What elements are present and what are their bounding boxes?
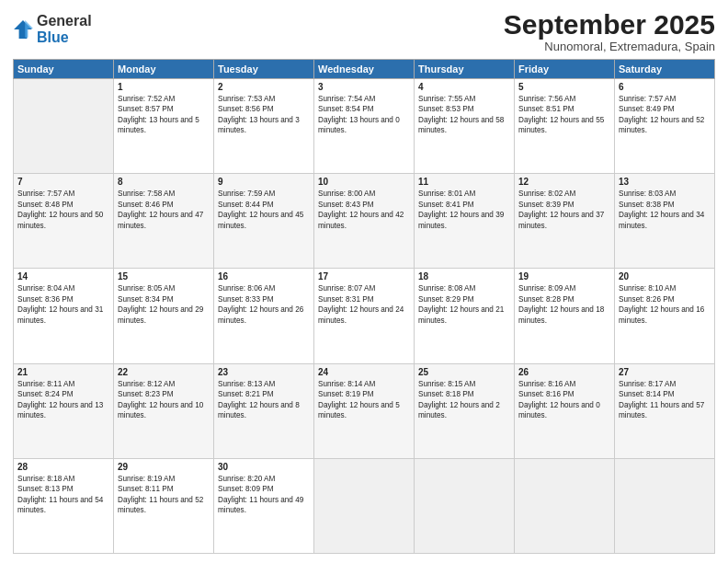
- cell-info: Sunrise: 8:12 AMSunset: 8:23 PMDaylight:…: [118, 379, 210, 421]
- day-number: 7: [17, 177, 109, 187]
- month-title: September 2025: [504, 9, 715, 40]
- calendar-cell: [14, 79, 114, 174]
- day-number: 14: [17, 271, 109, 282]
- calendar-cell: 20Sunrise: 8:10 AMSunset: 8:26 PMDayligh…: [615, 269, 715, 363]
- day-number: 23: [218, 367, 310, 377]
- cell-info: Sunrise: 8:10 AMSunset: 8:26 PMDaylight:…: [619, 283, 711, 326]
- weekday-header: Sunday: [14, 60, 114, 79]
- cell-info: Sunrise: 7:54 AMSunset: 8:54 PMDaylight:…: [318, 94, 410, 136]
- day-number: 30: [218, 462, 310, 472]
- cell-info: Sunrise: 8:13 AMSunset: 8:21 PMDaylight:…: [218, 379, 310, 421]
- day-number: 20: [619, 271, 711, 282]
- calendar-cell: 1Sunrise: 7:52 AMSunset: 8:57 PMDaylight…: [114, 79, 214, 174]
- cell-info: Sunrise: 8:18 AMSunset: 8:13 PMDaylight:…: [17, 474, 109, 516]
- calendar-cell: 9Sunrise: 7:59 AMSunset: 8:44 PMDaylight…: [214, 174, 314, 269]
- calendar-table: SundayMondayTuesdayWednesdayThursdayFrid…: [13, 59, 715, 554]
- cell-info: Sunrise: 7:56 AMSunset: 8:51 PMDaylight:…: [518, 94, 610, 136]
- calendar-cell: [314, 458, 415, 553]
- logo: General Blue: [13, 13, 92, 45]
- day-number: 27: [619, 367, 711, 377]
- day-number: 2: [218, 82, 310, 92]
- weekday-header: Monday: [114, 60, 214, 79]
- calendar-cell: 22Sunrise: 8:12 AMSunset: 8:23 PMDayligh…: [114, 363, 214, 458]
- weekday-header: Saturday: [615, 60, 715, 79]
- day-number: 22: [118, 367, 210, 377]
- cell-info: Sunrise: 8:02 AMSunset: 8:39 PMDaylight:…: [518, 189, 610, 231]
- day-number: 4: [418, 82, 510, 92]
- logo-blue: Blue: [37, 29, 92, 46]
- calendar-week-row: 7Sunrise: 7:57 AMSunset: 8:48 PMDaylight…: [14, 174, 715, 269]
- cell-info: Sunrise: 8:01 AMSunset: 8:41 PMDaylight:…: [418, 189, 510, 231]
- calendar-cell: 18Sunrise: 8:08 AMSunset: 8:29 PMDayligh…: [415, 269, 515, 363]
- calendar-cell: 30Sunrise: 8:20 AMSunset: 8:09 PMDayligh…: [214, 458, 314, 553]
- calendar-cell: 13Sunrise: 8:03 AMSunset: 8:38 PMDayligh…: [615, 174, 715, 269]
- cell-info: Sunrise: 8:06 AMSunset: 8:33 PMDaylight:…: [218, 283, 310, 326]
- weekday-header-row: SundayMondayTuesdayWednesdayThursdayFrid…: [14, 60, 715, 79]
- cell-info: Sunrise: 8:19 AMSunset: 8:11 PMDaylight:…: [118, 474, 210, 516]
- cell-info: Sunrise: 8:03 AMSunset: 8:38 PMDaylight:…: [619, 189, 711, 231]
- calendar-week-row: 28Sunrise: 8:18 AMSunset: 8:13 PMDayligh…: [14, 458, 715, 553]
- cell-info: Sunrise: 8:00 AMSunset: 8:43 PMDaylight:…: [318, 189, 410, 231]
- calendar-cell: [415, 458, 515, 553]
- cell-info: Sunrise: 7:57 AMSunset: 8:48 PMDaylight:…: [17, 189, 109, 231]
- calendar-cell: 4Sunrise: 7:55 AMSunset: 8:53 PMDaylight…: [415, 79, 515, 174]
- cell-info: Sunrise: 7:58 AMSunset: 8:46 PMDaylight:…: [118, 189, 210, 231]
- day-number: 28: [17, 462, 109, 472]
- calendar-cell: 17Sunrise: 8:07 AMSunset: 8:31 PMDayligh…: [314, 269, 415, 363]
- calendar-cell: 6Sunrise: 7:57 AMSunset: 8:49 PMDaylight…: [615, 79, 715, 174]
- day-number: 10: [318, 177, 410, 187]
- calendar-cell: 16Sunrise: 8:06 AMSunset: 8:33 PMDayligh…: [214, 269, 314, 363]
- title-block: September 2025 Nunomoral, Extremadura, S…: [504, 9, 715, 53]
- weekday-header: Tuesday: [214, 60, 314, 79]
- cell-info: Sunrise: 8:17 AMSunset: 8:14 PMDaylight:…: [619, 379, 711, 421]
- calendar-week-row: 1Sunrise: 7:52 AMSunset: 8:57 PMDaylight…: [14, 79, 715, 174]
- cell-info: Sunrise: 7:57 AMSunset: 8:49 PMDaylight:…: [619, 94, 711, 136]
- calendar-cell: 10Sunrise: 8:00 AMSunset: 8:43 PMDayligh…: [314, 174, 415, 269]
- cell-info: Sunrise: 7:59 AMSunset: 8:44 PMDaylight:…: [218, 189, 310, 231]
- day-number: 17: [318, 271, 410, 282]
- cell-info: Sunrise: 8:09 AMSunset: 8:28 PMDaylight:…: [518, 283, 610, 326]
- calendar-cell: 2Sunrise: 7:53 AMSunset: 8:56 PMDaylight…: [214, 79, 314, 174]
- day-number: 8: [118, 177, 210, 187]
- svg-marker-0: [14, 20, 32, 39]
- day-number: 12: [518, 177, 610, 187]
- calendar-cell: 28Sunrise: 8:18 AMSunset: 8:13 PMDayligh…: [14, 458, 114, 553]
- location: Nunomoral, Extremadura, Spain: [504, 40, 715, 53]
- calendar-cell: 12Sunrise: 8:02 AMSunset: 8:39 PMDayligh…: [515, 174, 615, 269]
- weekday-header: Friday: [515, 60, 615, 79]
- calendar-cell: 26Sunrise: 8:16 AMSunset: 8:16 PMDayligh…: [515, 363, 615, 458]
- day-number: 6: [619, 82, 711, 92]
- cell-info: Sunrise: 8:04 AMSunset: 8:36 PMDaylight:…: [17, 283, 109, 326]
- calendar-cell: 15Sunrise: 8:05 AMSunset: 8:34 PMDayligh…: [114, 269, 214, 363]
- calendar-cell: 27Sunrise: 8:17 AMSunset: 8:14 PMDayligh…: [615, 363, 715, 458]
- day-number: 26: [518, 367, 610, 377]
- calendar-week-row: 14Sunrise: 8:04 AMSunset: 8:36 PMDayligh…: [14, 269, 715, 363]
- calendar-cell: 21Sunrise: 8:11 AMSunset: 8:24 PMDayligh…: [14, 363, 114, 458]
- day-number: 15: [118, 271, 210, 282]
- day-number: 25: [418, 367, 510, 377]
- cell-info: Sunrise: 8:16 AMSunset: 8:16 PMDaylight:…: [518, 379, 610, 421]
- header: General Blue September 2025 Nunomoral, E…: [13, 9, 715, 53]
- day-number: 18: [418, 271, 510, 282]
- calendar-cell: 23Sunrise: 8:13 AMSunset: 8:21 PMDayligh…: [214, 363, 314, 458]
- calendar-cell: 29Sunrise: 8:19 AMSunset: 8:11 PMDayligh…: [114, 458, 214, 553]
- calendar-page: General Blue September 2025 Nunomoral, E…: [0, 0, 728, 563]
- cell-info: Sunrise: 8:05 AMSunset: 8:34 PMDaylight:…: [118, 283, 210, 326]
- calendar-cell: 14Sunrise: 8:04 AMSunset: 8:36 PMDayligh…: [14, 269, 114, 363]
- calendar-week-row: 21Sunrise: 8:11 AMSunset: 8:24 PMDayligh…: [14, 363, 715, 458]
- calendar-cell: [615, 458, 715, 553]
- day-number: 11: [418, 177, 510, 187]
- cell-info: Sunrise: 8:08 AMSunset: 8:29 PMDaylight:…: [418, 283, 510, 326]
- day-number: 5: [518, 82, 610, 92]
- cell-info: Sunrise: 8:11 AMSunset: 8:24 PMDaylight:…: [17, 379, 109, 421]
- calendar-cell: 11Sunrise: 8:01 AMSunset: 8:41 PMDayligh…: [415, 174, 515, 269]
- logo-general: General: [37, 13, 92, 29]
- day-number: 3: [318, 82, 410, 92]
- logo-text: General Blue: [37, 13, 92, 45]
- day-number: 24: [318, 367, 410, 377]
- calendar-cell: 25Sunrise: 8:15 AMSunset: 8:18 PMDayligh…: [415, 363, 515, 458]
- calendar-cell: 19Sunrise: 8:09 AMSunset: 8:28 PMDayligh…: [515, 269, 615, 363]
- cell-info: Sunrise: 7:53 AMSunset: 8:56 PMDaylight:…: [218, 94, 310, 136]
- calendar-cell: 7Sunrise: 7:57 AMSunset: 8:48 PMDaylight…: [14, 174, 114, 269]
- calendar-cell: 24Sunrise: 8:14 AMSunset: 8:19 PMDayligh…: [314, 363, 415, 458]
